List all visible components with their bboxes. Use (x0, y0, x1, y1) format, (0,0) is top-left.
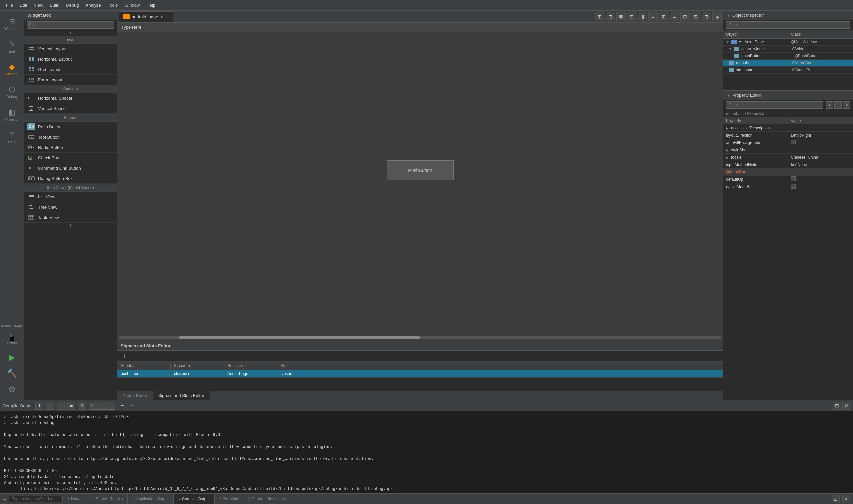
oi-row-pushbutton[interactable]: pushButton QPushButton (723, 53, 853, 60)
activity-welcome[interactable]: ⊞ Welcome (2, 13, 22, 35)
pe-row-layout-dir[interactable]: layoutDirection LeftToRight (723, 132, 853, 139)
oi-row-android-page[interactable]: ▼ Android_Page QMainWindow (723, 39, 853, 46)
status-tab-messages[interactable]: 9 General Messages (243, 494, 290, 504)
status-bar-expand[interactable]: ⊡ (832, 495, 840, 503)
toolbar-btn-6[interactable]: ≡ (648, 12, 658, 21)
pe-filter-add[interactable]: + (826, 101, 833, 109)
pe-row-autofill[interactable]: autoFillBackground (723, 139, 853, 146)
menu-help[interactable]: Help (143, 1, 159, 9)
widget-table-view[interactable]: Table View (24, 212, 117, 223)
pe-expand-stylesheet[interactable]: ▶ (726, 148, 729, 152)
compile-btn-info[interactable]: ℹ (35, 402, 43, 410)
pe-row-native-menubar[interactable]: nativeMenuBar (723, 183, 853, 190)
oi-row-statusbar[interactable]: statusbar QStatusBar (723, 67, 853, 74)
toolbar-btn-4[interactable]: ⊡ (627, 12, 636, 21)
menu-build[interactable]: Build (46, 1, 63, 9)
pe-row-stylesheet[interactable]: ▶ styleSheet (723, 146, 853, 154)
status-tab-search[interactable]: 2 Search Results (87, 494, 128, 504)
push-button-widget[interactable]: PushButton (387, 160, 454, 180)
activity-design[interactable]: ◆ Design (2, 59, 22, 80)
pe-cell-accessible-desc-val[interactable] (788, 127, 853, 129)
pe-row-locale[interactable]: ▶ locale Chinese, China (723, 154, 853, 161)
activity-help[interactable]: ? Help (2, 127, 22, 148)
locate-input[interactable] (9, 496, 63, 502)
pe-cell-default-up-val[interactable] (788, 176, 853, 183)
compile-btn-settings[interactable]: ⚙ (78, 402, 86, 410)
widget-scroll[interactable]: ▲ Layouts Vertical Layout Horizontal Lay… (24, 30, 117, 400)
compile-btn-up[interactable]: ↑ (46, 402, 54, 410)
status-bar-menu-btn[interactable]: ≡ (0, 494, 9, 504)
menu-debug[interactable]: Debug (63, 1, 82, 9)
canvas-content[interactable]: PushButton (117, 32, 723, 340)
pe-row-input-hints[interactable]: inputMethodHints ImhNone (723, 161, 853, 168)
oi-row-menubar[interactable]: menubar QMenuBar (723, 60, 853, 67)
nativemenubar-checkbox[interactable] (791, 184, 796, 189)
compile-expand-btn[interactable]: ⊡ (833, 402, 841, 410)
pe-cell-autofill-val[interactable] (788, 139, 853, 146)
menu-file[interactable]: File (3, 1, 16, 9)
menu-tools[interactable]: Tools (104, 1, 121, 9)
widget-vertical-layout[interactable]: Vertical Layout (24, 44, 117, 54)
compile-remove-btn[interactable]: − (129, 402, 137, 410)
action-editor-tab[interactable]: Action Editor (117, 391, 153, 400)
widget-tree-view[interactable]: Tree View (24, 202, 117, 212)
menu-edit[interactable]: Edit (16, 1, 30, 9)
menu-view[interactable]: View (30, 1, 46, 9)
toolbar-btn-10[interactable]: ⊠ (691, 12, 700, 21)
menu-analyze[interactable]: Analyze (82, 1, 104, 9)
pe-filter-input[interactable] (726, 101, 823, 109)
toolbar-btn-11[interactable]: ⊡ (702, 12, 711, 21)
signals-remove-button[interactable]: − (132, 352, 141, 360)
oi-row-centralwidget[interactable]: ▼ centralwidget QWidget (723, 46, 853, 53)
tab-close-icon[interactable]: ✕ (165, 14, 169, 19)
toolbar-btn-3[interactable]: ⊠ (616, 12, 626, 21)
widget-vertical-spacer[interactable]: Vertical Spacer (24, 103, 117, 114)
pe-cell-input-hints-val[interactable]: ImhNone (788, 162, 853, 168)
signals-sort-icon[interactable]: ▼ (188, 363, 192, 368)
widget-push-button[interactable]: OK Push Button (24, 122, 117, 132)
activity-debug[interactable]: ⬡ Debug (2, 81, 22, 103)
widget-check-box[interactable]: Check Box (24, 153, 117, 163)
pe-cell-layout-dir-val[interactable]: LeftToRight (788, 132, 853, 138)
pe-filter-settings[interactable]: ✕ (843, 101, 850, 109)
status-tab-compile[interactable]: 4 Compile Output (174, 494, 215, 504)
compile-add-btn[interactable]: + (118, 402, 126, 410)
status-tab-app-output[interactable]: 3 Application Output (128, 494, 174, 504)
build-button[interactable]: 🔨 (4, 365, 20, 381)
pe-cell-stylesheet-val[interactable] (788, 149, 853, 151)
widget-dialog-button-box[interactable]: Dialog Button Box (24, 173, 117, 184)
signals-row-0[interactable]: push...tton clicked() Andr...Page close(… (117, 370, 723, 378)
compile-filter-input[interactable] (89, 402, 115, 410)
status-tab-issues[interactable]: 1 Issues (63, 494, 87, 504)
pe-cell-native-menubar-val[interactable] (788, 183, 853, 190)
widget-command-link[interactable]: Command Link Button (24, 163, 117, 173)
activity-projects[interactable]: ◧ Projects (2, 104, 22, 125)
oi-expand-android-page[interactable]: ▼ (726, 40, 729, 44)
widget-form-layout[interactable]: Form Layout (24, 75, 117, 85)
menu-window[interactable]: Window (121, 1, 143, 9)
defaultup-checkbox[interactable] (791, 176, 796, 181)
pe-collapse-icon[interactable]: ▼ (727, 93, 730, 97)
toolbar-btn-9[interactable]: ⊞ (680, 12, 690, 21)
pe-expand-accessible-desc[interactable]: ▶ (726, 126, 729, 130)
signals-add-button[interactable]: + (120, 352, 129, 360)
activity-edit[interactable]: ✎ Edit (2, 36, 22, 57)
widget-horizontal-layout[interactable]: Horizontal Layout (24, 54, 117, 64)
widget-filter-input[interactable] (27, 21, 114, 29)
widget-grid-layout[interactable]: Grid Layout (24, 64, 117, 75)
run-button[interactable]: ▶ (4, 349, 20, 365)
pe-row-default-up[interactable]: defaultUp (723, 176, 853, 183)
widget-radio-button[interactable]: Radio Button (24, 142, 117, 153)
design-tab-file[interactable]: android_page.ui ✕ (119, 11, 173, 22)
compile-btn-down[interactable]: ↓ (57, 402, 65, 410)
widget-list-view[interactable]: List View (24, 192, 117, 202)
pe-row-accessible-desc[interactable]: ▶ accessibleDescription (723, 124, 853, 132)
compile-content[interactable]: > Task :createDebugApkListingFileRedirec… (0, 411, 853, 493)
run-debug-button[interactable]: 📱 Debug (2, 329, 22, 348)
widget-horizontal-spacer[interactable]: Horizontal Spacer (24, 93, 117, 103)
oi-expand-centralwidget[interactable]: ▼ (729, 47, 732, 51)
compile-close-btn[interactable]: ✕ (842, 402, 850, 410)
compile-btn-stop[interactable]: ■ (67, 402, 75, 410)
canvas-scrollbar-horizontal[interactable] (117, 335, 723, 340)
toolbar-btn-7[interactable]: ⊞ (659, 12, 668, 21)
